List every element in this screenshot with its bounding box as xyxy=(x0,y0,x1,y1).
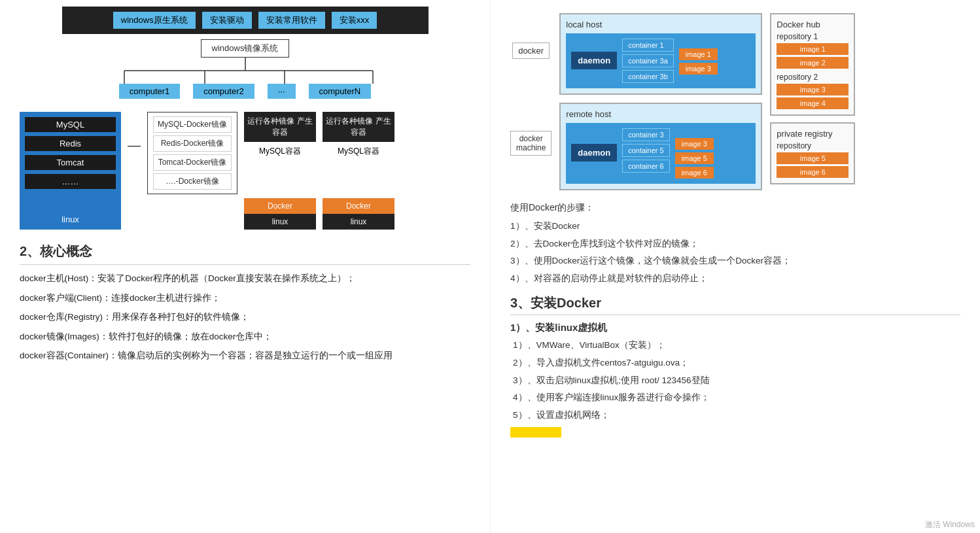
win-box-1: windows原生系统 xyxy=(113,12,196,29)
private-repo-label: repository xyxy=(777,141,849,150)
step-3: 4）、对容器的启动停止就是对软件的启动停止； xyxy=(510,271,960,286)
install-step-3: 4）、使用客户端连接linux服务器进行命令操作； xyxy=(513,390,960,405)
docker-img-redis: Redis-Docker镜像 xyxy=(153,135,232,152)
remote-host-block: remote host daemon container 3 container… xyxy=(559,103,762,190)
win-mirror-box: windows镜像系统 xyxy=(201,39,290,58)
step-0: 1）、安装Docker xyxy=(510,219,960,233)
highlight-yellow xyxy=(510,427,561,438)
left-panel: windows原生系统 安装驱动 安装常用软件 安装xxx windows镜像系… xyxy=(0,0,491,533)
install-step-2: 3）、双击启动linux虚拟机;使用 root/ 123456登陆 xyxy=(513,373,960,388)
linux-box: MySQL Redis Tomcat …… linux xyxy=(20,112,121,230)
computer2: computer2 xyxy=(193,84,254,99)
win-box-3: 安装常用软件 xyxy=(258,12,325,29)
steps-intro: 使用Docker的步骤： xyxy=(510,202,960,214)
linux-item-tomcat: Tomcat xyxy=(25,155,116,170)
docker-hub-title: Docker hub xyxy=(777,20,849,29)
install-sub-title: 1）、安装linux虚拟机 xyxy=(510,322,960,334)
run-col1-mysql: MySQL容器 xyxy=(244,142,316,198)
repo1-label: repository 1 xyxy=(777,32,849,41)
remote-cont3: container 6 xyxy=(622,160,669,173)
local-containers: container 1 container 3a container 3b xyxy=(622,39,674,83)
computer1: computer1 xyxy=(119,84,180,99)
docker-hub-block: Docker hub repository 1 image 1 image 2 … xyxy=(770,13,855,116)
computer-row: computer1 computer2 ··· computerN xyxy=(20,84,470,99)
private-registry-title: private registry xyxy=(777,129,849,139)
linux-item-mysql: MySQL xyxy=(25,117,116,132)
run-col1-header: 运行各种镜像 产生容器 xyxy=(244,112,316,142)
concept-4: docker容器(Container)：镜像启动后的实例称为一个容器；容器是独立… xyxy=(20,349,470,363)
private-img1: image 5 xyxy=(777,152,849,164)
win-box-4: 安装xxx xyxy=(332,12,377,29)
win-box-2: 安装驱动 xyxy=(202,12,252,29)
local-cont2: container 3a xyxy=(622,54,674,67)
install-steps: 1）、VMWare、VirtualBox（安装）； 2）、导入虚拟机文件cent… xyxy=(510,338,960,422)
linux-items: MySQL Redis Tomcat …… xyxy=(25,117,116,189)
remote-images: image 3 image 5 image 6 xyxy=(675,138,714,179)
tree-lines xyxy=(62,58,429,84)
repo2-img1: image 3 xyxy=(777,84,849,95)
computerN: computerN xyxy=(309,84,372,99)
linux-item-redis: Redis xyxy=(25,136,116,151)
local-cont1: container 1 xyxy=(622,39,674,52)
dots: ··· xyxy=(268,84,296,99)
local-host-inner: daemon container 1 container 3a containe… xyxy=(566,33,756,88)
private-registry-block: private registry repository image 5 imag… xyxy=(770,122,855,184)
run-col2-header: 运行各种镜像 产生容器 xyxy=(323,112,394,142)
run-col-1: 运行各种镜像 产生容器 MySQL容器 Docker linux xyxy=(244,112,316,230)
repo1-img1: image 1 xyxy=(777,43,849,55)
remote-cont2: container 5 xyxy=(622,144,669,157)
private-img2: image 6 xyxy=(777,166,849,178)
docker-img-mysql: MySQL-Docker镜像 xyxy=(153,116,232,133)
watermark: 激活 Windows xyxy=(925,519,975,530)
local-host-title: local host xyxy=(566,20,756,29)
remote-img3: image 6 xyxy=(675,167,714,179)
win-top-row: windows原生系统 安装驱动 安装常用软件 安装xxx xyxy=(62,7,429,34)
mid-diagram: MySQL Redis Tomcat …… linux — MySQL-Dock… xyxy=(20,112,470,230)
run-col2-docker: Docker xyxy=(323,198,394,214)
repo2-label: repository 2 xyxy=(777,73,849,82)
docker-img-dots: ….-Docker镜像 xyxy=(153,173,232,190)
remote-host-inner: daemon container 3 container 5 container… xyxy=(566,123,756,184)
concept-2: docker仓库(Registry)：用来保存各种打包好的软件镜像； xyxy=(20,310,470,324)
docker-label: docker xyxy=(512,43,550,59)
repo1-img2: image 2 xyxy=(777,57,849,69)
local-img1: image 1 xyxy=(679,48,718,60)
right-panel: docker dockermachine local host daemon c… xyxy=(491,0,980,533)
local-images: image 1 image 3 xyxy=(679,48,718,75)
remote-img1: image 3 xyxy=(675,138,714,150)
docker-machine-label: dockermachine xyxy=(510,131,551,156)
run-col2-linux: linux xyxy=(323,214,394,230)
local-cont3: container 3b xyxy=(622,70,674,83)
step-2: 3）、使用Docker运行这个镜像，这个镜像就会生成一个Docker容器； xyxy=(510,254,960,268)
run-col2-mysql: MySQL容器 xyxy=(323,142,394,198)
linux-item-dots: …… xyxy=(25,174,116,189)
docker-images-col: MySQL-Docker镜像 Redis-Docker镜像 Tomcat-Doc… xyxy=(147,112,237,194)
local-daemon-label: daemon xyxy=(571,52,617,69)
run-col1-linux: linux xyxy=(244,214,316,230)
concept-1: docker客户端(Client)：连接docker主机进行操作； xyxy=(20,291,470,305)
docker-arch: docker dockermachine local host daemon c… xyxy=(510,7,960,190)
remote-host-title: remote host xyxy=(566,109,756,119)
win-mirror-row: windows镜像系统 xyxy=(20,39,470,58)
install-step-4: 5）、设置虚拟机网络； xyxy=(513,408,960,422)
docker-img-tomcat: Tomcat-Docker镜像 xyxy=(153,154,232,171)
local-img2: image 3 xyxy=(679,63,718,75)
section2-title: 2、核心概念 xyxy=(20,243,470,265)
repo2-img2: image 4 xyxy=(777,97,849,109)
steps-list: 1）、安装Docker 2）、去Docker仓库找到这个软件对应的镜像； 3）、… xyxy=(510,219,960,285)
remote-daemon-label: daemon xyxy=(571,144,617,162)
run-col-2: 运行各种镜像 产生容器 MySQL容器 Docker linux xyxy=(323,112,394,230)
concept-list: docker主机(Host)：安装了Docker程序的机器（Docker直接安装… xyxy=(20,271,470,363)
section3-title: 3、安装Docker xyxy=(510,294,960,315)
linux-label: linux xyxy=(61,215,79,224)
install-step-1: 2）、导入虚拟机文件centos7-atguigu.ova； xyxy=(513,356,960,370)
remote-img2: image 5 xyxy=(675,152,714,164)
step-1: 2）、去Docker仓库找到这个软件对应的镜像； xyxy=(510,237,960,251)
arrow-mid: — xyxy=(128,112,141,153)
win-diagram: windows原生系统 安装驱动 安装常用软件 安装xxx windows镜像系… xyxy=(20,7,470,99)
remote-cont1: container 3 xyxy=(622,128,669,141)
remote-containers: container 3 container 5 container 6 xyxy=(622,128,669,173)
concept-3: docker镜像(Images)：软件打包好的镜像；放在docker仓库中； xyxy=(20,330,470,344)
local-host-block: local host daemon container 1 container … xyxy=(559,13,762,95)
registry-col: Docker hub repository 1 image 1 image 2 … xyxy=(770,7,855,184)
